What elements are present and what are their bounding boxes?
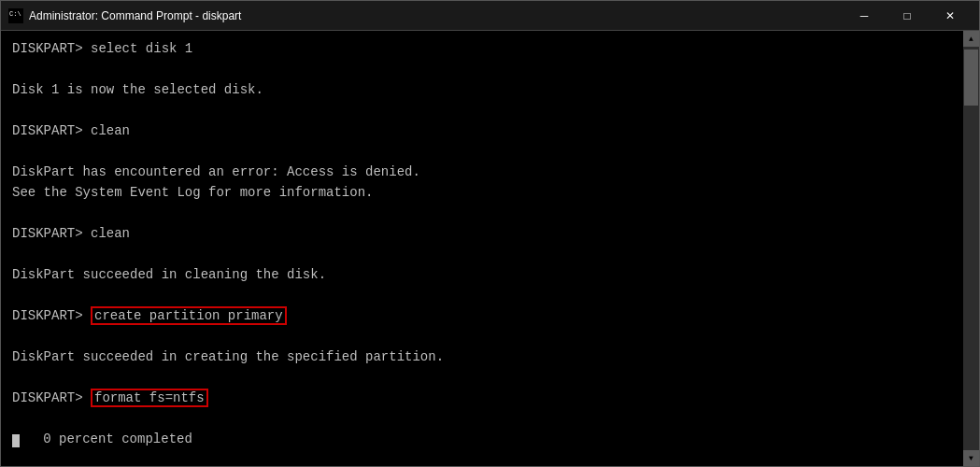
line-format: DISKPART> format fs=ntfs (12, 388, 952, 408)
scrollbar[interactable]: ▲ ▼ (963, 31, 979, 466)
title-bar: Administrator: Command Prompt - diskpart… (1, 1, 979, 31)
spacer-4 (12, 203, 952, 223)
window-controls: ─ □ ✕ (843, 1, 972, 31)
line-clean-success: DiskPart succeeded in cleaning the disk. (12, 264, 952, 285)
scrollbar-track[interactable] (963, 47, 979, 450)
spacer-7 (12, 326, 952, 347)
spacer-9 (12, 408, 952, 429)
spacer-1 (12, 59, 952, 79)
console-area: DISKPART> select disk 1 Disk 1 is now th… (1, 31, 979, 466)
window-title: Administrator: Command Prompt - diskpart (29, 9, 843, 22)
line-clean-2: DISKPART> clean (12, 223, 952, 244)
line-select-disk: DISKPART> select disk 1 (12, 38, 952, 59)
scrollbar-thumb[interactable] (964, 50, 978, 106)
spacer-3 (12, 141, 952, 162)
spacer-6 (12, 285, 952, 305)
spacer-8 (12, 367, 952, 388)
window: Administrator: Command Prompt - diskpart… (0, 0, 980, 467)
spacer-5 (12, 244, 952, 264)
line-disk-selected: Disk 1 is now the selected disk. (12, 79, 952, 100)
app-icon (8, 8, 23, 23)
console-output[interactable]: DISKPART> select disk 1 Disk 1 is now th… (1, 31, 963, 466)
scroll-down-button[interactable]: ▼ (963, 450, 979, 466)
highlighted-format: format fs=ntfs (91, 389, 208, 407)
maximize-button[interactable]: □ (886, 1, 929, 31)
cursor-blink (12, 434, 20, 447)
line-progress: 0 percent completed (12, 429, 952, 449)
line-clean-1: DISKPART> clean (12, 120, 952, 141)
minimize-button[interactable]: ─ (843, 1, 886, 31)
scroll-up-button[interactable]: ▲ (963, 31, 979, 47)
line-error-2: See the System Event Log for more inform… (12, 182, 952, 203)
spacer-2 (12, 100, 952, 120)
close-button[interactable]: ✕ (929, 1, 972, 31)
line-partition-success: DiskPart succeeded in creating the speci… (12, 347, 952, 367)
line-create-partition: DISKPART> create partition primary (12, 305, 952, 326)
highlighted-create-partition: create partition primary (91, 306, 287, 325)
line-error-1: DiskPart has encountered an error: Acces… (12, 162, 952, 182)
